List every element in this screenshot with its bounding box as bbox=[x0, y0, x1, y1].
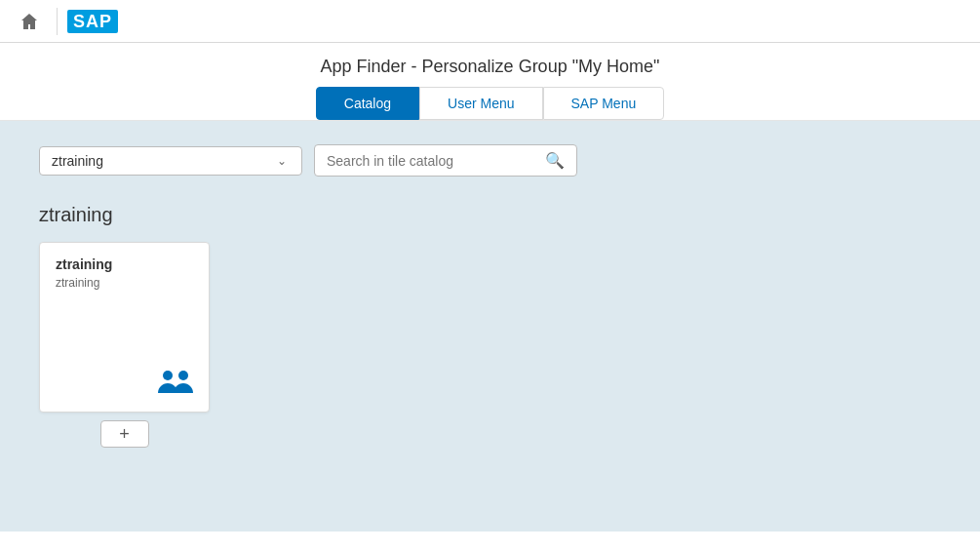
nav-divider bbox=[57, 8, 58, 35]
tile-group: ztraining ztraining + bbox=[39, 242, 941, 448]
home-button[interactable] bbox=[12, 4, 47, 39]
search-input[interactable] bbox=[327, 153, 545, 169]
top-bar: SAP bbox=[0, 0, 980, 43]
people-icon bbox=[156, 368, 195, 395]
tab-sap-menu[interactable]: SAP Menu bbox=[543, 87, 665, 120]
catalog-section: ztraining ztraining ztraining bbox=[39, 204, 941, 448]
main-content: ztraining ⌄ 🔍 ztraining ztraining ztrain… bbox=[0, 121, 980, 531]
catalog-section-title: ztraining bbox=[39, 204, 941, 226]
search-box: 🔍 bbox=[314, 144, 577, 177]
app-finder-header: App Finder - Personalize Group "My Home"… bbox=[0, 43, 980, 121]
add-btn-wrap: + bbox=[39, 420, 210, 448]
svg-point-0 bbox=[163, 371, 173, 380]
tab-user-menu[interactable]: User Menu bbox=[419, 87, 542, 120]
tile-card-icon-area bbox=[156, 368, 195, 398]
home-icon bbox=[20, 12, 39, 31]
search-icon[interactable]: 🔍 bbox=[545, 151, 565, 170]
tile-card-subtitle: ztraining bbox=[56, 276, 193, 290]
sap-logo: SAP bbox=[67, 10, 118, 33]
chevron-down-icon: ⌄ bbox=[274, 153, 290, 169]
dropdown-value: ztraining bbox=[52, 153, 274, 169]
tab-catalog[interactable]: Catalog bbox=[316, 87, 419, 120]
catalog-dropdown[interactable]: ztraining ⌄ bbox=[39, 146, 302, 176]
svg-point-1 bbox=[178, 371, 188, 380]
app-finder-title: App Finder - Personalize Group "My Home" bbox=[23, 43, 957, 87]
tabs-row: Catalog User Menu SAP Menu bbox=[23, 87, 957, 120]
tile-card-title: ztraining bbox=[56, 256, 193, 272]
sap-logo-text: SAP bbox=[73, 12, 112, 31]
sap-logo-box: SAP bbox=[67, 10, 118, 33]
tile-card[interactable]: ztraining ztraining bbox=[39, 242, 210, 413]
add-tile-button[interactable]: + bbox=[100, 420, 149, 448]
filter-row: ztraining ⌄ 🔍 bbox=[39, 144, 941, 177]
